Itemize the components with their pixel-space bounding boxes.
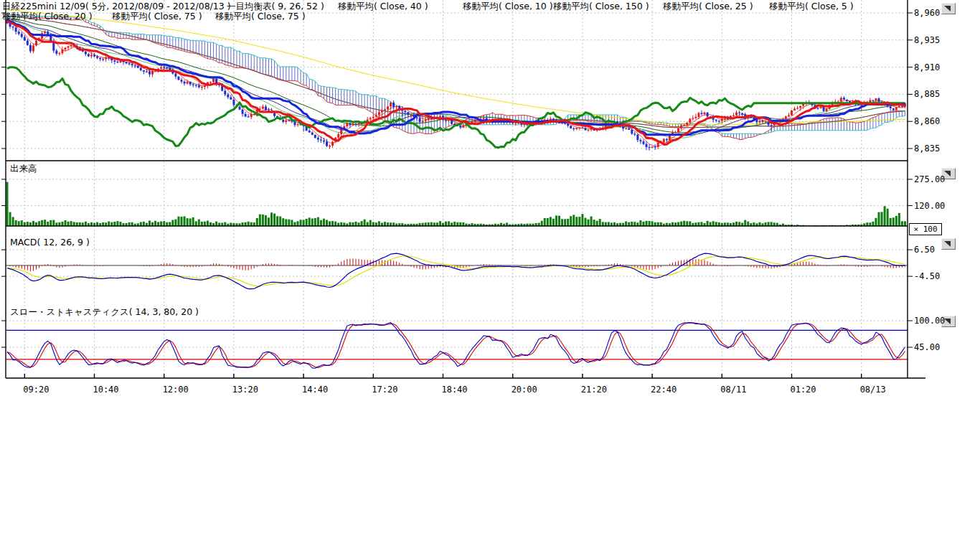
macd-panel [6, 253, 908, 288]
volume-axis-label: 120.00 [914, 201, 945, 211]
volume-bars [6, 182, 906, 226]
time-axis-label: 10:40 [93, 385, 118, 395]
chart-canvas [0, 0, 980, 403]
chart-svg [0, 0, 980, 403]
legend-item: 移動平均( Close, 40 ) [338, 1, 428, 13]
time-axis-label: 21:20 [581, 385, 607, 395]
legend-item: 移動平均( Close, 10 ) [463, 1, 553, 13]
volume-axis-label: 275.00 [914, 174, 945, 184]
price-axis-label: 8,960 [914, 8, 940, 18]
time-axis-label: 17:20 [372, 385, 397, 395]
price-panel-scroll-button[interactable] [941, 3, 956, 14]
time-axis-label: 14:40 [302, 385, 328, 395]
legend-item: 移動平均( Close, 20 ) [2, 11, 93, 23]
volume-multiplier-badge: × 100 [909, 223, 942, 235]
time-axis-label: 08/13 [860, 385, 886, 395]
legend-item: 移動平均( Close, 5 ) [769, 1, 854, 13]
time-axis-label: 22:40 [651, 385, 677, 395]
macd-axis-label: 6.50 [914, 245, 935, 255]
time-axis-label: 13:20 [232, 385, 258, 395]
triangle-icon [944, 241, 951, 247]
stoch-axis-label: 100.00 [914, 316, 945, 326]
macd-panel-label: MACD( 12, 26, 9 ) [10, 237, 90, 248]
time-axis-label: 12:00 [163, 385, 189, 395]
macd-panel-scroll-button[interactable] [941, 238, 956, 250]
stochastics-panel [6, 323, 908, 369]
legend-item: 移動平均( Close, 25 ) [663, 1, 753, 13]
stochastics-panel-label: スロー・ストキャスティクス( 14, 3, 80, 20 ) [10, 306, 199, 319]
price-axis-label: 8,860 [914, 116, 940, 126]
volume-panel-label: 出来高 [10, 163, 37, 175]
price-axis-label: 8,910 [914, 62, 940, 72]
price-axis-label: 8,935 [914, 35, 940, 45]
price-axis-label: 8,885 [914, 89, 940, 99]
macd-axis-label: -4.50 [914, 271, 940, 281]
time-axis-label: 01:20 [790, 385, 816, 395]
stoch-axis-label: 45.00 [914, 342, 940, 352]
time-axis-label: 08/11 [720, 385, 746, 395]
time-axis-label: 18:40 [441, 385, 467, 395]
price-axis-label: 8,835 [914, 143, 940, 154]
legend-item: 移動平均( Close, 150 ) [553, 1, 649, 13]
trading-chart-window: 日経225mini 12/09( 5分, 2012/08/09 - 2012/0… [0, 0, 980, 551]
legend-item: 移動平均( Close, 75 ) [112, 11, 202, 23]
legend-item: 移動平均( Close, 75 ) [215, 11, 306, 23]
time-axis-label: 09:20 [23, 385, 49, 395]
time-axis-label: 20:00 [512, 385, 537, 395]
triangle-icon [944, 6, 951, 11]
